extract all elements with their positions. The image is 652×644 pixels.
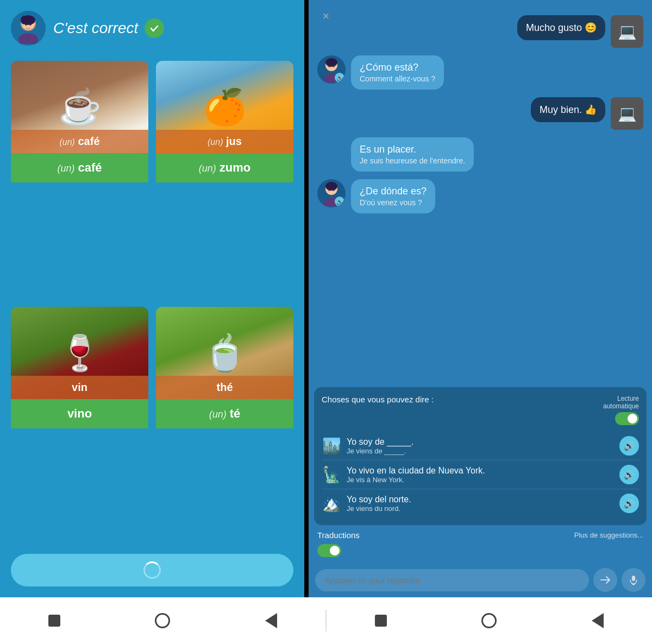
svg-point-1 (18, 33, 38, 44)
plus-suggestions[interactable]: Plus de suggestions... (574, 531, 643, 539)
auto-lecture-label: Lectureautomatique (603, 395, 639, 410)
input-bar (309, 563, 652, 597)
user-thumb-1: 💻 (611, 15, 643, 48)
card-cafe-label: (un) café (11, 153, 148, 182)
suggestion-icon-3: 🏔️ (322, 495, 341, 513)
card-cafe-overlay: (un) café (11, 130, 148, 153)
suggestion-item-3[interactable]: 🏔️ Yo soy del norte. Je viens du nord. 🔊 (322, 489, 639, 517)
bot-avatar-1: 🔊 (317, 55, 346, 84)
translations-label: Traductions (317, 531, 360, 540)
mic-button[interactable] (622, 568, 645, 592)
suggestion-icon-1: 🏙️ (322, 437, 341, 455)
translations-toggle-row (309, 543, 652, 563)
card-cafe-image: (un) café (11, 61, 148, 153)
suggestions-panel: Choses que vous pouvez dire : Lectureaut… (314, 387, 647, 525)
suggestion-text-2: Yo vivo en la ciudad de Nueva York. Je v… (347, 466, 614, 484)
right-panel: × Mucho gusto 😊 💻 (309, 0, 652, 597)
bot-avatar-2: 🔊 (317, 179, 346, 207)
msg-mucho-gusto: Mucho gusto 😊 💻 (317, 15, 643, 48)
left-nav (0, 607, 325, 634)
card-jus[interactable]: (un) jus (un) zumo (156, 61, 293, 299)
loading-button[interactable] (11, 554, 293, 586)
svg-point-4 (21, 16, 28, 24)
auto-lecture-toggle[interactable] (615, 412, 639, 425)
card-jus-overlay: (un) jus (156, 130, 293, 153)
msg-como-esta: 🔊 ¿Cómo está? Comment allez-vous ? (317, 55, 643, 90)
left-panel: C'est correct (un) café (un) café (0, 0, 304, 597)
suggestions-header: Choses que vous pouvez dire : Lectureaut… (322, 395, 639, 425)
avatar (11, 11, 46, 46)
header-bar: C'est correct (11, 11, 293, 46)
bot-spacer-1 (317, 137, 346, 166)
spinner-icon (143, 561, 161, 579)
card-vin[interactable]: vin vino (11, 307, 148, 545)
card-the-overlay: thé (156, 376, 293, 399)
nav-right-back[interactable] (584, 607, 611, 634)
bottom-nav (0, 597, 652, 644)
svg-rect-17 (632, 576, 635, 581)
cards-grid: (un) café (un) café (un) jus (un) zumo (11, 61, 293, 545)
suggestion-speaker-3[interactable]: 🔊 (619, 494, 639, 513)
bubble-como-esta: ¿Cómo está? Comment allez-vous ? (351, 55, 444, 90)
nav-left-back[interactable] (258, 607, 285, 634)
suggestion-icon-2: 🗽 (322, 466, 341, 484)
svg-point-11 (333, 65, 335, 67)
msg-de-donde-es: 🔊 ¿De dónde es? D'où venez vous ? (317, 179, 643, 213)
bubble-de-donde-es: ¿De dónde es? D'où venez vous ? (351, 179, 435, 213)
user-thumb-2: 💻 (611, 97, 643, 130)
suggestion-text-1: Yo soy de _____. Je viens de _____. (347, 437, 614, 455)
right-nav (327, 607, 652, 634)
suggestions-title: Choses que vous pouvez dire : (322, 395, 434, 404)
card-vin-overlay: vin (11, 376, 148, 399)
translations-toggle[interactable] (317, 544, 341, 557)
svg-point-14 (325, 182, 337, 191)
speaker-badge-2: 🔊 (335, 197, 344, 206)
svg-point-9 (325, 58, 337, 67)
suggestion-speaker-1[interactable]: 🔊 (619, 436, 639, 456)
nav-right-square[interactable] (367, 607, 394, 634)
card-vin-label: vino (11, 399, 148, 428)
msg-es-un-placer: Es un placer. Je suis heureuse de l'ente… (317, 137, 643, 172)
translations-row: Traductions Plus de suggestions... (309, 525, 652, 543)
suggestion-item-1[interactable]: 🏙️ Yo soy de _____. Je viens de _____. 🔊 (322, 432, 639, 460)
card-jus-image: (un) jus (156, 61, 293, 153)
close-button[interactable]: × (317, 8, 335, 25)
suggestion-item-2[interactable]: 🗽 Yo vivo en la ciudad de Nueva York. Je… (322, 460, 639, 489)
nav-left-square[interactable] (41, 607, 68, 634)
svg-point-10 (328, 65, 330, 67)
nav-left-circle[interactable] (149, 607, 176, 634)
bubble-mucho-gusto: Mucho gusto 😊 (517, 15, 605, 40)
nav-right-circle[interactable] (475, 607, 503, 634)
card-jus-label: (un) zumo (156, 153, 293, 182)
reply-input[interactable] (315, 569, 589, 591)
card-the-label: (un) té (156, 399, 293, 428)
card-vin-image: vin (11, 307, 148, 399)
right-header: × (309, 0, 652, 15)
suggestion-speaker-2[interactable]: 🔊 (619, 465, 639, 484)
card-the[interactable]: thé (un) té (156, 307, 293, 545)
svg-point-6 (29, 23, 32, 26)
svg-point-5 (25, 23, 27, 26)
suggestion-text-3: Yo soy del norte. Je viens du nord. (347, 495, 614, 513)
check-icon (145, 18, 164, 38)
bubble-muy-bien: Muy bien. 👍 (531, 97, 605, 122)
svg-point-16 (333, 189, 335, 191)
send-button[interactable] (593, 568, 617, 592)
correct-text: C'est correct (53, 20, 138, 37)
bubble-es-un-placer: Es un placer. Je suis heureuse de l'ente… (351, 137, 474, 172)
card-the-image: thé (156, 307, 293, 399)
msg-muy-bien: Muy bien. 👍 💻 (317, 97, 643, 130)
auto-lecture: Lectureautomatique (603, 395, 639, 425)
card-cafe[interactable]: (un) café (un) café (11, 61, 148, 299)
chat-area: Mucho gusto 😊 💻 🔊 ¿Cómo (309, 15, 652, 387)
svg-point-15 (328, 189, 330, 191)
speaker-badge-1: 🔊 (335, 73, 344, 83)
